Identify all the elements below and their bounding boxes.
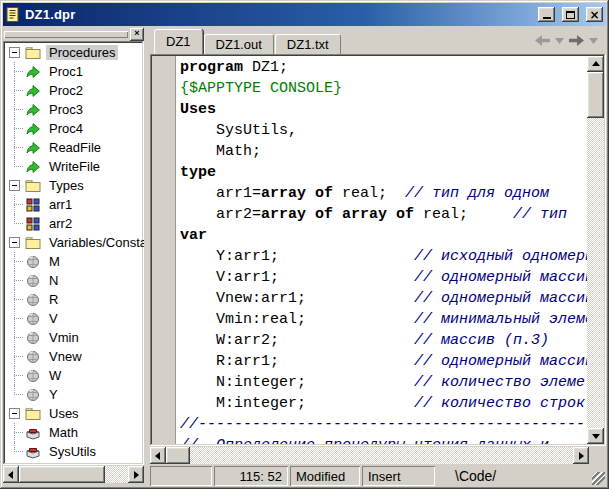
back-button[interactable] (535, 35, 550, 46)
scrollbar-track[interactable] (105, 466, 128, 483)
code-line[interactable]: Vnew:arr1; // одномерный массив (180, 288, 587, 309)
code-line[interactable]: Uses (180, 99, 587, 120)
tree-item-proc4[interactable]: Proc4 (5, 119, 144, 138)
forward-dropdown-icon[interactable] (589, 38, 598, 44)
code-line[interactable]: arr2=array of array of real; // тип (180, 204, 587, 225)
collapse-minus-icon[interactable] (9, 408, 20, 419)
close-button[interactable]: × (586, 7, 603, 22)
scrollbar-thumb[interactable] (587, 72, 604, 118)
back-dropdown-icon[interactable] (555, 38, 564, 44)
tree-item-v[interactable]: V (5, 309, 144, 328)
type-icon (25, 216, 41, 231)
editor-horizontal-scrollbar[interactable] (150, 447, 589, 464)
code-line[interactable]: //--------------------------------------… (180, 414, 587, 435)
keyword-text: type (180, 164, 216, 181)
scrollbar-thumb[interactable] (19, 466, 105, 483)
tab-dz1-txt[interactable]: DZ1.txt (275, 34, 341, 54)
panel-close-button[interactable]: × (130, 28, 144, 41)
editor-vertical-scrollbar[interactable] (587, 56, 604, 444)
type-icon (25, 197, 41, 212)
code-area[interactable]: program DZ1;{$APPTYPE CONSOLE}Uses SysUt… (176, 56, 587, 444)
code-line[interactable]: Math; (180, 141, 587, 162)
tree-item-w[interactable]: W (5, 366, 144, 385)
forward-button[interactable] (569, 35, 584, 46)
code-line[interactable]: V:arr1; // одномерный массив (180, 267, 587, 288)
close-icon: × (589, 9, 599, 21)
tree-connector (9, 271, 25, 290)
tree-item-readfile[interactable]: ReadFile (5, 138, 144, 157)
code-line[interactable]: R:arr1; // одномерный массив (180, 351, 587, 372)
tree-item-procedures[interactable]: Procedures (5, 43, 144, 62)
tree-item-arr1[interactable]: arr1 (5, 195, 144, 214)
tree-item-writefile[interactable]: WriteFile (5, 157, 144, 176)
tree-item-arr2[interactable]: arr2 (5, 214, 144, 233)
scrollbar-track[interactable] (190, 447, 573, 464)
tree-item-label: Vmin (46, 330, 82, 345)
tree-item-uses[interactable]: Uses (5, 404, 144, 423)
resize-grip[interactable] (592, 472, 605, 485)
tree-item-m[interactable]: M (5, 252, 144, 271)
scroll-right-button[interactable] (128, 466, 144, 483)
scroll-up-button[interactable] (587, 56, 604, 72)
tree-item-vmin[interactable]: Vmin (5, 328, 144, 347)
var-icon (25, 311, 41, 326)
tree-connector (9, 62, 25, 81)
tree-item-r[interactable]: R (5, 290, 144, 309)
code-line[interactable]: {$APPTYPE CONSOLE} (180, 78, 587, 99)
title-bar[interactable]: DZ1.dpr × (3, 3, 606, 26)
code-line[interactable]: program DZ1; (180, 57, 587, 78)
collapse-minus-icon[interactable] (9, 47, 20, 58)
tree-item-label: Y (46, 387, 61, 402)
tree-item-sysutils[interactable]: SysUtils (5, 442, 144, 461)
code-line[interactable]: // Определение процедуры чтения данных и (180, 435, 587, 444)
minimize-button[interactable] (538, 7, 555, 22)
tree-item-n[interactable]: N (5, 271, 144, 290)
tree-connector (9, 442, 25, 461)
code-explorer-panel: × ProceduresProc1Proc2Proc3Proc4ReadFile… (3, 27, 144, 486)
tree-item-types[interactable]: Types (5, 176, 144, 195)
scrollbar-thumb[interactable] (166, 447, 190, 464)
tab-dz1-out[interactable]: DZ1.out (204, 34, 274, 54)
var-icon (25, 349, 41, 364)
tree-connector (9, 290, 25, 309)
scroll-down-button[interactable] (587, 428, 604, 444)
editor-tabs: DZ1DZ1.outDZ1.txt (154, 29, 342, 54)
code-line[interactable]: M:integer; // количество строк (180, 393, 587, 414)
tree-item-label: Procedures (46, 45, 118, 60)
comment-text: // тип для одном (405, 185, 549, 202)
collapse-minus-icon[interactable] (9, 237, 20, 248)
tree-horizontal-scrollbar[interactable] (3, 466, 144, 483)
code-line[interactable]: var (180, 225, 587, 246)
code-line[interactable]: Vmin:real; // минимальный элеме (180, 309, 587, 330)
scrollbar-track[interactable] (587, 118, 604, 428)
tree-item-vnew[interactable]: Vnew (5, 347, 144, 366)
tree-item-math[interactable]: Math (5, 423, 144, 442)
arrow-left-icon (4, 471, 13, 479)
code-line[interactable]: arr1=array of real; // тип для одном (180, 183, 587, 204)
tree-item-y[interactable]: Y (5, 385, 144, 404)
collapse-minus-icon[interactable] (9, 180, 20, 191)
scroll-right-button[interactable] (573, 447, 589, 464)
maximize-button[interactable] (562, 7, 579, 22)
code-line[interactable]: W:arr2; // массив (п.3) (180, 330, 587, 351)
code-line[interactable]: type (180, 162, 587, 183)
comment-text: // количество элеме (414, 374, 585, 391)
dock-grab-bar[interactable]: × (3, 27, 144, 41)
code-line[interactable]: N:integer; // количество элеме (180, 372, 587, 393)
code-line[interactable]: SysUtils, (180, 120, 587, 141)
tree-item-proc2[interactable]: Proc2 (5, 81, 144, 100)
keyword-text: program (180, 59, 243, 76)
proc-icon (25, 83, 41, 98)
document-icon (6, 7, 20, 22)
code-line[interactable]: Y:arr1; // исходный одномерн (180, 246, 587, 267)
status-code-tab[interactable]: \Code/ (437, 466, 604, 486)
dock-grip[interactable] (4, 31, 128, 38)
tree-item-proc1[interactable]: Proc1 (5, 62, 144, 81)
code-text: arr1= (180, 185, 261, 202)
tree-item-label: M (46, 254, 63, 269)
tab-dz1[interactable]: DZ1 (154, 29, 203, 54)
tree-item-variables-constants[interactable]: Variables/Constants (5, 233, 144, 252)
scroll-left-button[interactable] (150, 447, 166, 464)
scroll-left-button[interactable] (3, 466, 19, 483)
tree-item-proc3[interactable]: Proc3 (5, 100, 144, 119)
